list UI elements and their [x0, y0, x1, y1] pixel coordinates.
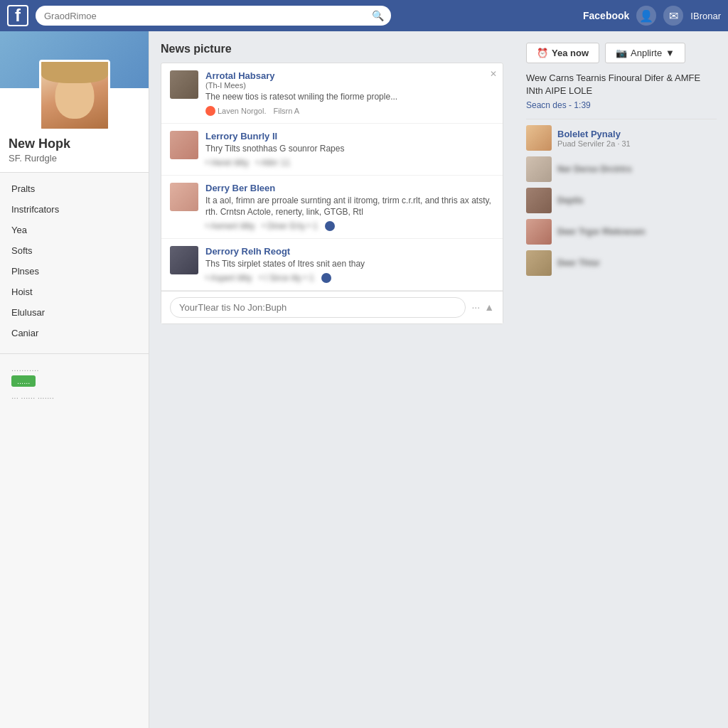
search-input[interactable]: [36, 6, 391, 26]
friend-item: Bolelet Pynaly Puad Serviler 2a · 31: [526, 125, 717, 151]
profile-icon[interactable]: 👤: [636, 6, 656, 26]
news-item-content: Derry Ber Bleen It a aol, frimn are prro…: [205, 183, 494, 232]
friend-item: Deer Thtsr: [526, 250, 717, 276]
friend-info: Bolelet Pynaly Puad Serviler 2a · 31: [557, 129, 631, 148]
news-meta: • Aemert tility • Diner Erty • 1: [205, 221, 494, 231]
news-meta-item-2: • Diner Erty • 1: [262, 221, 318, 231]
friend-avatar: [526, 125, 552, 151]
news-item: Arrotal Habsary (Th-I Mees) The neew tio…: [161, 63, 503, 124]
friend-avatar: [526, 156, 552, 182]
news-item-content: Derrory Relh Reogt Ths Tits sirplet stat…: [205, 246, 494, 283]
sidebar-item-yea[interactable]: Yea: [0, 220, 149, 240]
news-item: Derry Ber Bleen It a aol, frimn are prro…: [161, 176, 503, 240]
friend-info: Deer Thtsr: [557, 258, 600, 268]
sidebar-footer-label: ...........: [11, 364, 137, 373]
friend-item: Deer Trgsr Rleknesen: [526, 219, 717, 245]
send-icon[interactable]: ▲: [484, 301, 494, 313]
action-buttons: ⏰ Yea now 📷 Anplirte ▼: [526, 43, 717, 63]
friend-avatar: [526, 219, 552, 245]
friend-info: Deer Trgsr Rleknesen: [557, 227, 645, 237]
friend-name[interactable]: Deer Trgsr Rleknesen: [557, 227, 645, 237]
facebook-logo-icon: f: [7, 5, 28, 26]
news-input-bar: ··· ▲: [161, 291, 503, 323]
yea-now-button[interactable]: ⏰ Yea now: [526, 43, 599, 63]
sidebar-item-pralts[interactable]: Pralts: [0, 178, 149, 199]
friend-sub: Puad Serviler 2a · 31: [557, 139, 631, 148]
news-item: Derrory Relh Reogt Ths Tits sirplet stat…: [161, 239, 503, 291]
top-navigation: f 🔍 Facebook 👤 ✉ IBronar: [0, 0, 728, 31]
sidebar-footer-link: ... ...... .......: [11, 391, 137, 401]
image-icon: 📷: [616, 48, 627, 58]
friend-name[interactable]: Bolelet Pynaly: [557, 129, 631, 139]
right-panel: ⏰ Yea now 📷 Anplirte ▼ Wew Carns Tearnis…: [515, 31, 728, 728]
avatar[interactable]: [39, 60, 110, 131]
news-text: It a aol, frimn are prroale surnting ant…: [205, 195, 494, 219]
news-text: Ths Tits sirplet states of Itres snit ae…: [205, 258, 494, 270]
ellipsis-icon[interactable]: ···: [471, 301, 480, 313]
news-input-icons: ··· ▲: [471, 301, 494, 313]
friend-item: Ner Derso Drctrtrs: [526, 156, 717, 182]
news-meta-item-2: Filsrn A: [274, 107, 300, 115]
sidebar-item-softs[interactable]: Softs: [0, 240, 149, 261]
friend-name[interactable]: Deer Thtsr: [557, 258, 600, 268]
username-label: IBronar: [690, 11, 721, 21]
reaction-icon-blue: [325, 221, 335, 231]
sidebar-divider: [0, 353, 149, 354]
news-section-title: News picture: [161, 43, 503, 55]
news-meta-item: • Heret tility: [205, 158, 249, 168]
news-meta-item: • Aspert tility: [205, 273, 252, 283]
news-author[interactable]: Arrotal Habsary: [205, 70, 494, 81]
chevron-down-icon: ▼: [665, 48, 675, 58]
profile-subtitle: SF. Rurdgle: [0, 153, 149, 164]
news-item-avatar: [170, 246, 198, 274]
sidebar-green-badge: ......: [11, 375, 36, 387]
news-item-close-icon[interactable]: ✕: [490, 69, 497, 79]
friend-avatar: [526, 188, 552, 213]
sidebar-nav: Pralts Instrifcators Yea Softs Plnses Ho…: [0, 173, 149, 349]
news-card: Arrotal Habsary (Th-I Mees) The neew tio…: [161, 63, 503, 324]
news-item-avatar: [170, 183, 198, 211]
news-author-sub: (Th-I Mees): [205, 81, 494, 90]
sidebar-item-caniar[interactable]: Caniar: [0, 323, 149, 343]
friend-info: Ner Derso Drctrtrs: [557, 164, 632, 174]
news-author[interactable]: Derry Ber Bleen: [205, 183, 494, 193]
friend-info: Deptls: [557, 196, 584, 205]
news-author[interactable]: Lerrory Bunrly II: [205, 131, 494, 141]
right-secondary: Seacn des - 1:39: [526, 100, 717, 110]
news-item: Lerrory Bunrly II Thry Tilts snothhas G …: [161, 124, 503, 176]
news-meta-item: • Aemert tility: [205, 221, 255, 231]
news-item-content: Arrotal Habsary (Th-I Mees) The neew tio…: [205, 70, 494, 116]
clock-icon: ⏰: [537, 48, 548, 58]
news-meta-item: Laven Norgol.: [205, 106, 267, 116]
news-item-content: Lerrory Bunrly II Thry Tilts snothhas G …: [205, 131, 494, 168]
friend-avatar: [526, 250, 552, 276]
news-text: Thry Tilts snothhas G sounror Rapes: [205, 143, 494, 155]
facebook-label: Facebook: [583, 10, 629, 21]
news-meta: Laven Norgol. Filsrn A: [205, 106, 494, 116]
news-meta: • Aspert tility • I Sirce tily • 1: [205, 273, 494, 283]
aplirte-button[interactable]: 📷 Anplirte ▼: [605, 43, 685, 63]
news-author[interactable]: Derrory Relh Reogt: [205, 246, 494, 257]
news-meta-item-2: • I Sirce tily • 1: [259, 273, 314, 283]
sidebar-item-plnses[interactable]: Plnses: [0, 261, 149, 282]
sidebar-item-hoist[interactable]: Hoist: [0, 282, 149, 302]
news-comment-input[interactable]: [170, 297, 466, 318]
news-text: The neew tios is ratesot wniling the fio…: [205, 91, 494, 103]
search-icon: 🔍: [372, 10, 384, 21]
section-divider: [526, 119, 717, 119]
sidebar-item-elulusar[interactable]: Elulusar: [0, 302, 149, 323]
news-item-avatar: [170, 131, 198, 159]
reaction-icon-blue: [321, 273, 331, 283]
profile-section: New Hopk SF. Rurdgle: [0, 31, 149, 173]
nav-right: Facebook 👤 ✉ IBronar: [583, 6, 721, 26]
friend-name[interactable]: Deptls: [557, 196, 584, 205]
friend-item: Deptls: [526, 188, 717, 213]
news-item-avatar: [170, 70, 198, 99]
reaction-icon: [205, 106, 215, 116]
friend-name[interactable]: Ner Derso Drctrtrs: [557, 164, 632, 174]
sidebar: New Hopk SF. Rurdgle Pralts Instrifcator…: [0, 31, 149, 728]
right-description: Wew Carns Tearnis Finoural Difer & AMFE …: [526, 72, 717, 97]
sidebar-footer: ........... ...... ... ...... .......: [0, 358, 149, 407]
sidebar-item-instrifcators[interactable]: Instrifcators: [0, 199, 149, 220]
notifications-icon[interactable]: ✉: [663, 6, 683, 26]
